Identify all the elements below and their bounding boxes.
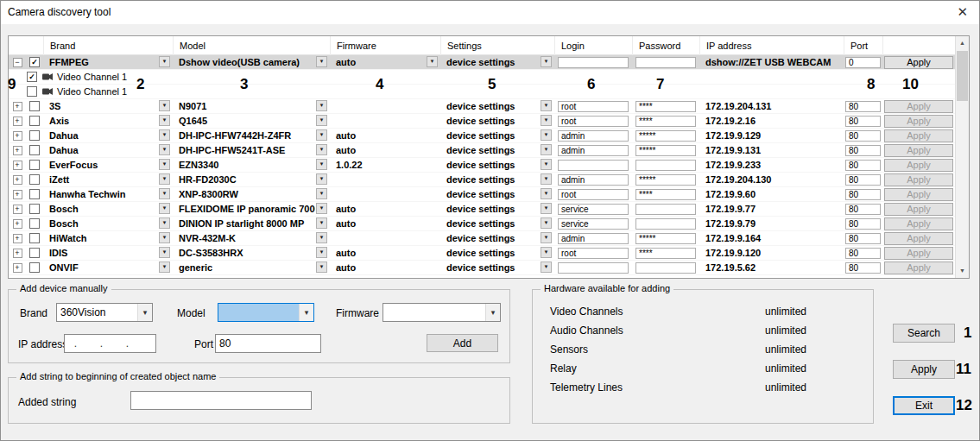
- password-field[interactable]: [635, 262, 696, 274]
- row-apply-button[interactable]: Apply: [884, 100, 953, 113]
- row-checkbox[interactable]: [29, 174, 40, 185]
- port-field[interactable]: 80: [845, 218, 881, 230]
- row-apply-button[interactable]: Apply: [884, 217, 953, 230]
- settings-dropdown-icon[interactable]: ▼: [541, 203, 552, 214]
- expand-toggle[interactable]: +: [13, 175, 22, 185]
- settings-dropdown-icon[interactable]: ▼: [541, 129, 552, 141]
- row-apply-button[interactable]: Apply: [884, 232, 953, 245]
- settings-dropdown-icon[interactable]: ▼: [541, 261, 552, 273]
- model-dropdown-icon[interactable]: ▼: [316, 56, 327, 67]
- model-combobox[interactable]: ▾: [218, 303, 314, 322]
- settings-dropdown-icon[interactable]: ▼: [541, 56, 552, 67]
- model-dropdown-icon[interactable]: ▼: [316, 217, 327, 229]
- password-field[interactable]: ****: [635, 116, 696, 127]
- brand-dropdown-icon[interactable]: ▼: [159, 115, 170, 126]
- password-field[interactable]: [635, 218, 696, 230]
- column-header-settings[interactable]: Settings: [440, 36, 554, 55]
- login-field[interactable]: root: [558, 101, 629, 112]
- port-field[interactable]: 0: [845, 57, 881, 68]
- channel-checkbox[interactable]: [27, 86, 37, 97]
- model-dropdown-icon[interactable]: ▼: [316, 188, 327, 199]
- settings-dropdown-icon[interactable]: ▼: [541, 144, 552, 155]
- channel-checkbox[interactable]: ✓: [27, 72, 37, 82]
- row-checkbox[interactable]: ✓: [29, 57, 40, 67]
- channel-row[interactable]: ✓Video Channel 1: [9, 70, 955, 85]
- device-row[interactable]: + Axis▼ Q1645▼ device settings▼ root ***…: [9, 114, 955, 129]
- device-row[interactable]: + iZett▼ HR-FD2030C▼ device settings▼ ad…: [9, 173, 955, 187]
- login-field[interactable]: admin: [558, 174, 629, 186]
- brand-combobox[interactable]: 360Vision ▾: [56, 303, 153, 322]
- column-header-firmware[interactable]: Firmware: [330, 36, 440, 55]
- row-apply-button[interactable]: Apply: [884, 247, 953, 260]
- add-button[interactable]: Add: [427, 334, 498, 352]
- row-checkbox[interactable]: [29, 116, 40, 126]
- login-field[interactable]: service: [558, 218, 629, 230]
- row-checkbox[interactable]: [29, 101, 40, 111]
- ip-address-input[interactable]: . . .: [64, 334, 156, 353]
- port-field[interactable]: 80: [845, 204, 881, 215]
- port-field[interactable]: 80: [845, 174, 881, 186]
- close-icon[interactable]: ✕: [957, 4, 968, 20]
- device-row[interactable]: + ONVIF▼ generic▼ auto device settings▼ …: [9, 261, 955, 275]
- port-field[interactable]: 80: [845, 101, 881, 112]
- device-row[interactable]: + HiWatch▼ NVR-432M-K▼ device settings▼ …: [9, 231, 955, 246]
- model-dropdown-icon[interactable]: ▼: [316, 232, 327, 243]
- scroll-up-icon[interactable]: ▲: [956, 36, 969, 50]
- device-row[interactable]: + Hanwha Techwin▼ XNP-8300RW▼ device set…: [9, 187, 955, 202]
- device-row[interactable]: + Dahua▼ DH-IPC-HFW7442H-Z4FR▼ auto devi…: [9, 129, 955, 143]
- scrollbar-thumb[interactable]: [957, 51, 968, 101]
- firmware-combobox[interactable]: ▾: [383, 303, 501, 322]
- model-dropdown-icon[interactable]: ▼: [316, 129, 327, 141]
- brand-dropdown-icon[interactable]: ▼: [159, 159, 170, 170]
- firmware-dropdown-icon[interactable]: ▼: [427, 56, 438, 67]
- titlebar[interactable]: Camera discovery tool ✕: [1, 1, 979, 24]
- port-field[interactable]: 80: [845, 145, 881, 156]
- expand-toggle[interactable]: +: [13, 190, 22, 199]
- row-checkbox[interactable]: [29, 218, 40, 229]
- port-field[interactable]: 80: [845, 248, 881, 259]
- row-apply-button[interactable]: Apply: [884, 173, 953, 186]
- login-field[interactable]: root: [558, 248, 629, 259]
- device-row[interactable]: − ✓ FFMPEG▼ Dshow video(USB camera)▼ aut…: [9, 55, 955, 70]
- column-header-model[interactable]: Model: [173, 36, 330, 55]
- column-header-password[interactable]: Password: [632, 36, 699, 55]
- password-field[interactable]: ****: [635, 101, 696, 112]
- password-field[interactable]: [635, 57, 696, 68]
- row-apply-button[interactable]: Apply: [884, 203, 953, 216]
- column-header-ip-address[interactable]: IP address: [699, 36, 844, 55]
- expand-toggle[interactable]: +: [13, 263, 22, 273]
- brand-dropdown-icon[interactable]: ▼: [159, 261, 170, 273]
- row-checkbox[interactable]: [29, 160, 40, 170]
- row-checkbox[interactable]: [29, 145, 40, 155]
- scroll-down-icon[interactable]: ▼: [956, 264, 969, 278]
- row-checkbox[interactable]: [29, 233, 40, 243]
- vertical-scrollbar[interactable]: ▲ ▼: [955, 36, 969, 278]
- password-field[interactable]: *****: [635, 174, 696, 186]
- login-field[interactable]: [558, 57, 629, 68]
- settings-dropdown-icon[interactable]: ▼: [541, 188, 552, 199]
- port-field[interactable]: 80: [845, 233, 881, 244]
- model-dropdown-icon[interactable]: ▼: [316, 144, 327, 155]
- expand-toggle[interactable]: +: [13, 234, 22, 243]
- row-checkbox[interactable]: [29, 262, 40, 273]
- settings-dropdown-icon[interactable]: ▼: [541, 100, 552, 111]
- device-row[interactable]: + Bosch▼ DINION IP starlight 8000 MP▼ au…: [9, 217, 955, 231]
- search-button[interactable]: Search: [893, 324, 955, 343]
- expand-toggle[interactable]: −: [13, 58, 22, 67]
- row-apply-button[interactable]: Apply: [884, 56, 953, 69]
- added-string-input[interactable]: [130, 391, 312, 410]
- row-apply-button[interactable]: Apply: [884, 261, 953, 274]
- brand-dropdown-icon[interactable]: ▼: [159, 203, 170, 214]
- login-field[interactable]: root: [558, 116, 629, 127]
- login-field[interactable]: service: [558, 204, 629, 215]
- port-field[interactable]: 80: [845, 262, 881, 274]
- password-field[interactable]: *****: [635, 145, 696, 156]
- row-checkbox[interactable]: [29, 248, 40, 258]
- row-apply-button[interactable]: Apply: [884, 159, 953, 172]
- settings-dropdown-icon[interactable]: ▼: [541, 247, 552, 258]
- login-field[interactable]: [558, 160, 629, 171]
- brand-dropdown-icon[interactable]: ▼: [159, 217, 170, 229]
- model-dropdown-icon[interactable]: ▼: [316, 100, 327, 111]
- device-row[interactable]: + Bosch▼ FLEXIDOME IP panoramic 7000▼ au…: [9, 202, 955, 217]
- password-field[interactable]: *****: [635, 130, 696, 142]
